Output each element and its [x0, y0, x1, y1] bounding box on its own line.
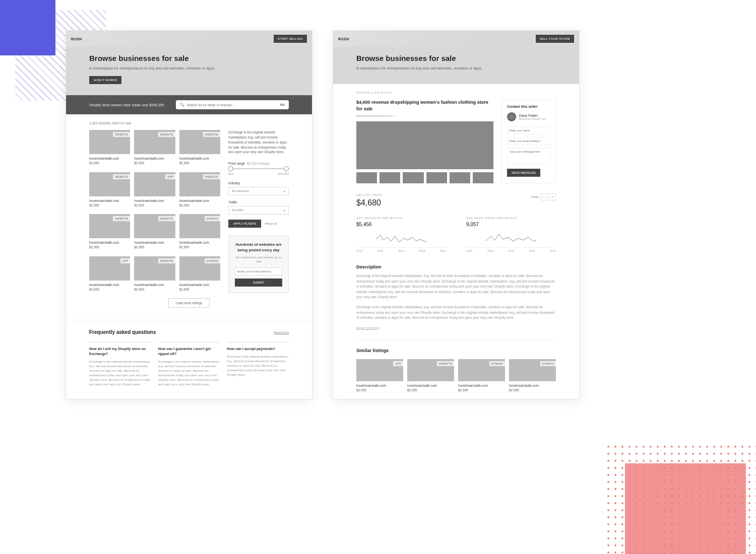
listing-thumb: DOMAIN [509, 359, 556, 381]
search-go-button[interactable]: GO [280, 103, 285, 106]
listing-title: hoverboardsafe.com [179, 199, 220, 202]
listing-card[interactable]: WEBSITEhoverboardsafe.com$2,900 [134, 130, 175, 167]
brand-logo[interactable]: RUSH [338, 37, 349, 41]
listing-card[interactable]: WEBSITEhoverboardsafe.com$2,900 [89, 130, 130, 167]
listing-price: $2,900 [458, 388, 505, 392]
listing-card[interactable]: WEBSITEhoverboardsafe.com$2,900 [407, 359, 454, 392]
promo-title: Hundreds of websites are being posted ev… [235, 242, 282, 253]
listing-title: hoverboardsafe.com [89, 283, 130, 287]
listing-card[interactable]: APPhoverboardsafe.com$2,900 [89, 256, 130, 294]
listing-title: hoverboardsafe.com [134, 157, 175, 160]
hero-title: Browse businesses for sale [356, 54, 556, 62]
listing-price: $2,900 [179, 161, 220, 165]
stat-pageviews: AVG PAGE VIEWS PER MONTH 9,057 201820192… [466, 217, 556, 252]
listing-grid: WEBSITEhoverboardsafe.com$2,900WEBSITEho… [89, 130, 220, 293]
thumbnail[interactable] [450, 172, 470, 183]
listing-card[interactable]: DOMAINhoverboardsafe.com$2,900 [179, 214, 220, 251]
sell-store-button[interactable]: SELL YOUR STORE [536, 35, 574, 43]
faq-item: How do I sell my Shopify store on Exchan… [89, 342, 151, 387]
axis-tick: 2019 [487, 249, 493, 252]
contact-email-input[interactable] [507, 137, 550, 145]
listing-thumb: WEBSITE [179, 130, 220, 154]
listing-title: hoverboardsafe.com [134, 283, 175, 287]
listing-card[interactable]: WEBSITEhoverboardsafe.com$2,900 [179, 130, 220, 167]
listing-tag: DOMAIN [205, 216, 220, 221]
share-twitter-button[interactable]: t [541, 193, 548, 200]
promo-email-input[interactable] [235, 267, 282, 275]
listing-card[interactable]: WEBSITEhoverboardsafe.com$2,900 [134, 256, 175, 294]
listing-title: $4,000 revenue dropshipping women's fash… [356, 99, 493, 112]
price-range-label: Price range [228, 162, 245, 165]
listing-title: hoverboardsafe.com [179, 283, 220, 287]
traffic-select[interactable]: All traffic▾ [228, 206, 289, 215]
traffic-label: Traffic [228, 200, 289, 204]
similar-listings: Similar listings APPhoverboardsafe.com$2… [356, 339, 556, 392]
contact-message-input[interactable] [507, 148, 550, 164]
listing-card[interactable]: APPhoverboardsafe.com$2,900 [134, 172, 175, 210]
thumbnail[interactable] [473, 172, 493, 183]
listing-card[interactable]: WEBSITEhoverboardsafe.com$2,900 [134, 214, 175, 251]
listing-tag: WEBSITE [203, 174, 220, 179]
promo-sub: Get notified when new websites go on sal… [235, 256, 282, 263]
listing-card[interactable]: DOMAINhoverboardsafe.com$2,900 [509, 359, 556, 392]
thumbnail[interactable] [426, 172, 447, 183]
listing-price: $2,900 [134, 288, 175, 291]
apply-filters-button[interactable]: APPLY FILTERS [228, 220, 261, 228]
listing-price: $2,900 [89, 161, 130, 165]
reset-filters-link[interactable]: Reset all [265, 222, 277, 225]
listing-price: $2,900 [134, 203, 175, 207]
seller-avatar [507, 112, 516, 121]
similar-title: Similar listings [356, 348, 556, 353]
price-slider[interactable] [228, 168, 289, 169]
listing-tag: APP [120, 258, 131, 263]
listing-thumb: WEBSITE [134, 214, 175, 238]
search-box[interactable]: 🔍 GO [176, 100, 289, 109]
faq-question: How do I sell my Shopify store on Exchan… [89, 347, 151, 357]
listing-title: hoverboardsafe.com [458, 384, 505, 387]
listing-card[interactable]: DOMAINhoverboardsafe.com$2,900 [458, 359, 505, 392]
seller-info: Davis PettlerRegistered Shopify user [507, 112, 550, 121]
share-facebook-button[interactable]: f [549, 193, 556, 200]
listing-card[interactable]: DOMAINhoverboardsafe.com$2,900 [179, 256, 220, 294]
hero: Browse businesses for sale A marketplace… [66, 47, 312, 95]
thumbnail[interactable] [403, 172, 423, 183]
contact-name-input[interactable] [507, 126, 550, 134]
contact-title: Contact this seller [507, 105, 550, 108]
faq-answer: Exchange is the original website marketp… [158, 360, 220, 387]
filter-sidebar: Exchange is the original website marketp… [228, 130, 289, 293]
listing-title: hoverboardsafe.com [89, 241, 130, 244]
listing-title: hoverboardsafe.com [407, 384, 454, 387]
search-bar: Shopify store owners have made over $345… [66, 95, 312, 114]
send-message-button[interactable]: SEND MESSAGE [507, 169, 540, 177]
thumbnail[interactable] [380, 172, 400, 183]
listing-card[interactable]: WEBSITEhoverboardsafe.com$2,900 [89, 172, 130, 210]
faq-title: Frequently asked questions [89, 329, 156, 335]
listing-title: hoverboardsafe.com [179, 157, 220, 160]
promo-submit-button[interactable]: SUBMIT [235, 279, 282, 287]
description-p2: Exchange is the original website marketp… [356, 305, 556, 320]
how-it-works-button[interactable]: HOW IT WORKS [89, 76, 121, 84]
listing-url[interactable]: www.monochromatico.com ↗ [356, 114, 493, 117]
report-listing-link[interactable]: Report this listing [356, 326, 380, 329]
start-selling-button[interactable]: START SELLING [274, 35, 307, 43]
revenue-sparkline [356, 230, 446, 245]
faq-answer: Exchange is the original website marketp… [89, 360, 151, 387]
listing-title: hoverboardsafe.com [134, 241, 175, 244]
listing-tag: WEBSITE [158, 132, 175, 137]
listing-thumb: WEBSITE [89, 214, 130, 238]
axis-tick: 2018 [466, 249, 472, 252]
faq-read-more-link[interactable]: Read more [274, 331, 289, 334]
listing-tag: DOMAIN [540, 361, 556, 366]
bg-coral [625, 463, 746, 554]
search-input[interactable] [187, 103, 278, 107]
brand-logo[interactable]: RUSH [71, 37, 82, 41]
header: RUSH SELL YOUR STORE [333, 31, 579, 47]
listing-card[interactable]: WEBSITEhoverboardsafe.com$2,900 [179, 172, 220, 210]
listing-thumb: DOMAIN [179, 214, 220, 238]
load-more-button[interactable]: Load more listings [168, 298, 210, 308]
thumbnail[interactable] [356, 172, 377, 183]
listing-card[interactable]: WEBSITEhoverboardsafe.com$2,900 [89, 214, 130, 251]
share-label: Share [531, 195, 539, 198]
industry-select[interactable]: All industries▾ [228, 187, 289, 195]
listing-card[interactable]: APPhoverboardsafe.com$2,900 [356, 359, 403, 392]
